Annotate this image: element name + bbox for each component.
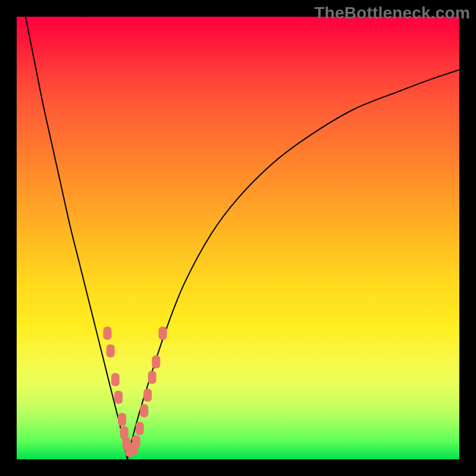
highlight-marker [104, 327, 112, 340]
highlight-marker [140, 404, 148, 417]
highlight-marker [107, 345, 115, 358]
highlight-marker [111, 373, 120, 386]
curve-left-branch [26, 17, 127, 459]
highlight-marker [132, 435, 140, 448]
chart-overlay [17, 17, 459, 459]
highlight-marker [143, 389, 152, 402]
highlight-marker [136, 422, 144, 435]
highlight-marker [148, 371, 156, 384]
highlight-marker [118, 413, 126, 426]
highlight-marker [152, 355, 160, 368]
watermark-text: TheBottleneck.com [314, 4, 470, 23]
marker-group [104, 327, 167, 457]
plot-area [17, 17, 459, 459]
curve-right-branch [127, 70, 459, 459]
highlight-marker [159, 327, 167, 340]
chart-frame: TheBottleneck.com [0, 0, 476, 476]
highlight-marker [114, 391, 123, 404]
